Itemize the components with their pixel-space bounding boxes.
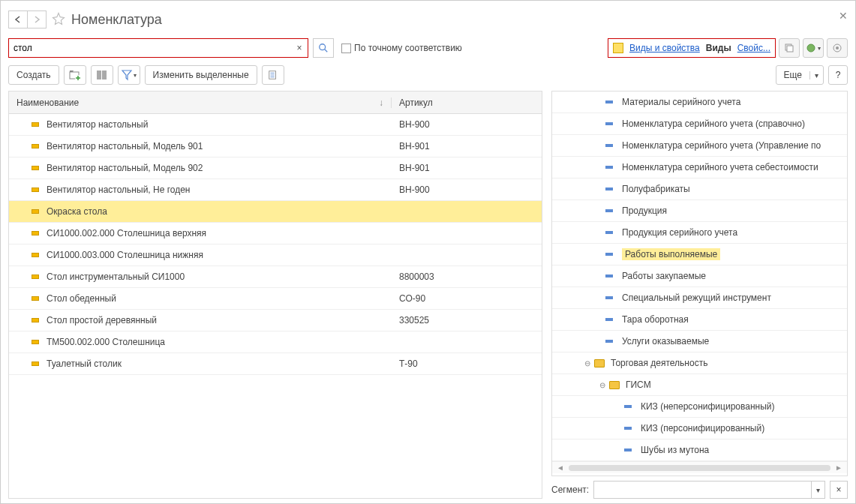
edit-selected-button[interactable]: Изменить выделенные (145, 65, 257, 85)
leaf-marker-icon (605, 274, 613, 278)
tree-leaf[interactable]: Услуги оказываемые (552, 331, 847, 352)
tree-leaf[interactable]: Полуфабрикаты (552, 178, 847, 200)
item-marker-icon (32, 166, 39, 170)
row-name: Вентилятор настольный, Не годен (47, 184, 191, 195)
tree-leaf[interactable]: Номенклатура серийного учета (Управление… (552, 135, 847, 157)
tree-label: Торговая деятельность (611, 358, 707, 368)
item-marker-icon (32, 362, 39, 366)
list-icon (268, 70, 278, 80)
leaf-marker-icon (605, 296, 613, 299)
tree-label: Продукция (622, 206, 667, 216)
copy-button[interactable] (779, 38, 800, 58)
table-row[interactable]: Вентилятор настольныйВН-900 (9, 114, 542, 136)
leaf-marker-icon (624, 448, 632, 452)
tree-folder[interactable]: ⊖Торговая деятельность (552, 352, 847, 374)
tree-leaf[interactable]: Номенклатура серийного учета себестоимос… (552, 157, 847, 178)
tree-label: ГИСМ (626, 380, 651, 390)
table-row[interactable]: ТМ500.002.000 Столешница (9, 332, 542, 353)
circle-plus-icon (806, 43, 817, 53)
right-pane: Материалы серийного учетаНоменклатура се… (551, 91, 848, 499)
tree-collapse-icon[interactable]: ⊖ (582, 359, 593, 368)
tree-folder[interactable]: ⊖ГИСМ (552, 374, 847, 396)
segment-clear-button[interactable]: × (830, 481, 848, 499)
more-button[interactable]: Еще ▾ (776, 65, 824, 85)
favorite-icon[interactable] (52, 12, 65, 28)
tree-leaf[interactable]: Тара оборотная (552, 309, 847, 331)
tree-leaf[interactable]: КИЗ (неперсонифицированный) (552, 396, 847, 418)
table-row[interactable]: Стол простой деревянный330525 (9, 310, 542, 332)
highlight-marker-icon (613, 43, 623, 53)
tree-h-scrollbar[interactable]: ◄► (552, 461, 847, 473)
list-settings-button[interactable] (262, 65, 284, 85)
table-row[interactable]: Стол инструментальный СИ10008800003 (9, 266, 542, 288)
item-marker-icon (32, 296, 39, 301)
tree-label: Специальный режущий инструмент (622, 292, 771, 303)
tree-leaf[interactable]: Продукция серийного учета (552, 222, 847, 244)
magnifier-icon (318, 43, 329, 53)
tree-leaf[interactable]: КИЗ (персонифицированный) (552, 418, 847, 440)
tab-types[interactable]: Виды (706, 43, 731, 53)
row-article: ВН-901 (399, 141, 430, 152)
gear-icon (832, 43, 842, 53)
tab-properties[interactable]: Свойс... (737, 43, 770, 53)
arrow-left-icon (14, 16, 22, 23)
svg-point-6 (836, 46, 839, 50)
help-button[interactable]: ? (828, 65, 848, 85)
table-row[interactable]: Вентилятор настольный, Модель 901ВН-901 (9, 136, 542, 158)
tree-label: КИЗ (неперсонифицированный) (641, 401, 774, 412)
row-article: ВН-900 (399, 184, 430, 195)
tree-leaf[interactable]: Специальный режущий инструмент (552, 287, 847, 309)
search-clear-button[interactable]: × (291, 43, 308, 53)
row-name: Стол простой деревянный (47, 315, 157, 326)
tree-leaf[interactable]: Работы выполняемые (552, 244, 847, 266)
item-marker-icon (32, 318, 39, 322)
new-folder-icon (69, 69, 81, 81)
exact-match-checkbox[interactable]: По точному соответствию (341, 43, 462, 53)
create-button[interactable]: Создать (8, 65, 59, 85)
arrow-right-icon (33, 16, 41, 23)
tree-label: Работы выполняемые (622, 248, 720, 260)
tree-leaf[interactable]: Продукция (552, 200, 847, 222)
table-row[interactable]: Окраска стола (9, 201, 542, 223)
table-row[interactable]: Стол обеденныйСО-90 (9, 288, 542, 310)
segment-dropdown-button[interactable]: ▾ (811, 482, 824, 498)
filter-button[interactable]: ▾ (118, 65, 140, 85)
settings-button[interactable] (827, 38, 848, 58)
row-name: СИ1000.003.000 Столешница нижняя (47, 250, 203, 260)
segment-field[interactable]: ▾ (593, 481, 825, 499)
table-row[interactable]: Вентилятор настольный, Модель 902ВН-901 (9, 158, 542, 179)
funnel-icon (121, 69, 133, 81)
types-properties-tabs: Виды и свойства Виды Свойс... (608, 38, 776, 58)
search-input[interactable] (9, 43, 291, 53)
search-submit-button[interactable] (313, 38, 334, 58)
create-group-button[interactable] (64, 65, 86, 85)
nav-forward-button[interactable] (27, 10, 47, 28)
table-row[interactable]: Вентилятор настольный, Не годенВН-900 (9, 179, 542, 201)
table-row[interactable]: СИ1000.003.000 Столешница нижняя (9, 244, 542, 266)
tree-leaf[interactable]: Шубы из мутона (552, 440, 847, 461)
row-name: Вентилятор настольный, Модель 901 (47, 141, 203, 152)
tree-leaf[interactable]: Номенклатура серийного учета (справочно) (552, 113, 847, 135)
items-table: Наименование ↓ Артикул Вентилятор настол… (8, 91, 542, 499)
tree-leaf[interactable]: Работы закупаемые (552, 266, 847, 287)
row-article: Т-90 (399, 358, 418, 369)
segment-input[interactable] (594, 482, 811, 498)
globe-button[interactable]: ▾ (803, 38, 824, 58)
tree-label: Полуфабрикаты (622, 184, 690, 194)
table-row[interactable]: Туалетный столикТ-90 (9, 353, 542, 375)
column-article[interactable]: Артикул (392, 98, 542, 108)
close-button[interactable]: ✕ (839, 10, 848, 22)
tree-label: КИЗ (персонифицированный) (641, 423, 764, 434)
tree-label: Работы закупаемые (622, 271, 706, 281)
row-name: Вентилятор настольный, Модель 902 (47, 163, 203, 173)
segment-row: Сегмент: ▾ × (551, 476, 848, 499)
barcode-button[interactable] (91, 65, 113, 85)
tree-collapse-icon[interactable]: ⊖ (597, 381, 608, 389)
nav-back-button[interactable] (8, 10, 28, 28)
tab-types-and-properties[interactable]: Виды и свойства (629, 43, 700, 53)
tree-leaf[interactable]: Материалы серийного учета (552, 92, 847, 113)
table-row[interactable]: СИ1000.002.000 Столешница верхняя (9, 223, 542, 244)
row-name: Стол обеденный (47, 293, 116, 304)
column-name[interactable]: Наименование ↓ (9, 98, 392, 108)
column-name-label: Наименование (17, 98, 79, 108)
